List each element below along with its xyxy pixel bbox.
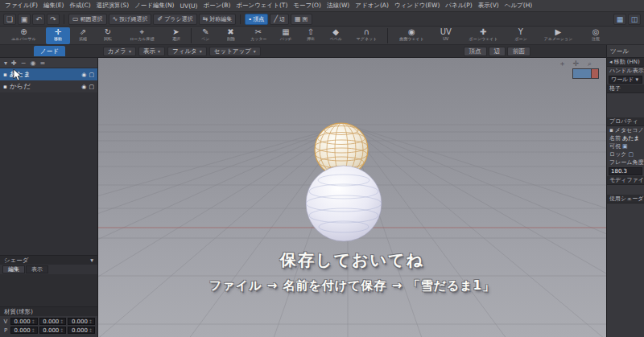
tool-magnet[interactable]: ∩ マグネット xyxy=(349,27,385,44)
lock-toggle-icon[interactable]: ▢ xyxy=(89,72,94,78)
save-icon[interactable]: ▣ xyxy=(18,14,31,25)
quick-toolbar: ❏ ▣ ↶ ↷ ▭ 範囲選択 ∿ 投げ縄選択 ✐ ブラシ選択 ⇆ 対称編集 • … xyxy=(0,12,644,27)
filter-dropdown[interactable]: フィルタ ▾ xyxy=(167,47,207,56)
tool-surface-weight[interactable]: ◉ 曲面ウェイト xyxy=(390,27,433,44)
front-display-button[interactable]: 前面 xyxy=(507,47,530,56)
value-field[interactable]: 0.000↕ xyxy=(10,318,38,325)
shader-use-section-header[interactable]: 使用シェーダ xyxy=(607,195,644,203)
tool-bone-weight[interactable]: ✚ ボーンウェイト xyxy=(459,27,508,44)
menu-bone-weight[interactable]: ボーンウェイト(T) xyxy=(236,2,287,10)
visibility-toggle-icon[interactable]: ◉ xyxy=(81,72,86,78)
edge-mode-button[interactable]: ╱ 辺 xyxy=(270,14,289,25)
tool-rotate[interactable]: ↻ 回転 xyxy=(96,27,120,44)
tool-extrude[interactable]: ⇧ 押出 xyxy=(299,27,323,44)
menu-file[interactable]: ファイル(F) xyxy=(5,2,38,10)
shader-section-title: シェーダ xyxy=(4,257,29,265)
menu-create[interactable]: 作成(C) xyxy=(69,2,90,10)
tool-pen[interactable]: ✎ ペン xyxy=(194,27,218,44)
lasso-select-button[interactable]: ∿ 投げ縄選択 xyxy=(109,14,152,25)
grid-view-icon[interactable]: ▦ xyxy=(613,14,626,25)
menu-uv[interactable]: UV(U) xyxy=(180,2,198,10)
shader-section-header[interactable]: シェーダ ▾ xyxy=(0,255,97,265)
object-row-body[interactable]: ▪ からだ ◉ ▢ xyxy=(0,80,97,92)
menu-addon[interactable]: アドオン(A) xyxy=(355,2,389,10)
vertex-mode-button[interactable]: • 頂点 xyxy=(245,14,268,25)
spinner-icon[interactable]: ↕ xyxy=(60,319,64,325)
tool-patch[interactable]: ▦ パッチ xyxy=(274,27,298,44)
pan-icon[interactable]: ✛ xyxy=(571,59,581,68)
snowman-body[interactable] xyxy=(306,166,382,241)
menu-help[interactable]: ヘルプ(H) xyxy=(505,2,533,10)
tool-animation[interactable]: ▶ アニメーション xyxy=(534,27,583,44)
magnifier-icon[interactable]: ⌕ xyxy=(584,59,595,68)
coordinate-select[interactable]: ワールド ▾ xyxy=(609,76,642,84)
tool-bone[interactable]: Y ボーン xyxy=(509,27,533,44)
face-mode-button[interactable]: ▦ 面 xyxy=(291,14,312,25)
tool-focus[interactable]: ◎ 注視 xyxy=(584,27,608,44)
spinner-icon[interactable]: ↕ xyxy=(60,327,64,334)
tool-uv[interactable]: UV UV xyxy=(434,27,458,44)
menu-panel[interactable]: パネル(P) xyxy=(445,2,472,10)
visibility-toggle-icon[interactable]: ◉ xyxy=(81,84,86,90)
tool-scale[interactable]: ⇗ 拡縮 xyxy=(71,27,95,44)
tool-focus-label: 注視 xyxy=(592,37,600,41)
value-field[interactable]: 0.000↕ xyxy=(39,327,67,334)
view-orientation-widget[interactable] xyxy=(572,68,599,79)
remove-object-icon[interactable]: − xyxy=(21,60,27,67)
value-field[interactable]: 0.000↕ xyxy=(68,327,95,334)
value-field[interactable]: 0.000↕ xyxy=(68,318,95,325)
value-text: 0.000 xyxy=(43,327,59,334)
tool-universal[interactable]: ⊕ ユニバーサル xyxy=(2,27,45,44)
grid-section-header[interactable]: 格子 xyxy=(607,84,644,93)
add-object-icon[interactable]: ✚ xyxy=(11,60,17,67)
frame-angle-field[interactable]: 180.3 xyxy=(609,167,642,175)
property-section-header[interactable]: プロパティ xyxy=(607,117,644,126)
lock-toggle-icon[interactable]: ▢ xyxy=(89,84,94,90)
zoom-in-icon[interactable]: ＋ xyxy=(557,59,568,68)
menu-selection[interactable]: 選択演算(S) xyxy=(97,2,130,10)
visibility-icon[interactable]: ◉ xyxy=(30,60,35,67)
menu-edit[interactable]: 編集(E) xyxy=(43,2,64,10)
symmetry-edit-button[interactable]: ⇆ 対称編集 xyxy=(199,14,237,25)
split-view-icon[interactable]: ◫ xyxy=(628,14,641,25)
spinner-icon[interactable]: ↕ xyxy=(31,319,35,325)
tool-cutter[interactable]: ✂ カッター xyxy=(244,27,274,44)
display-dropdown[interactable]: 表示 ▾ xyxy=(138,47,165,56)
menu-window[interactable]: ウィンドウ(EW) xyxy=(394,2,440,10)
spinner-icon[interactable]: ↕ xyxy=(31,327,35,334)
range-select-button[interactable]: ▭ 範囲選択 xyxy=(68,14,107,25)
undo-icon[interactable]: ↶ xyxy=(32,14,45,25)
spinner-icon[interactable]: ↕ xyxy=(89,319,93,325)
collapse-icon[interactable]: ▾ xyxy=(4,60,7,67)
redo-icon[interactable]: ↷ xyxy=(47,14,60,25)
tool-local-coord[interactable]: ⌖ ローカル座標 xyxy=(121,27,163,44)
brush-select-button[interactable]: ✐ ブラシ選択 xyxy=(153,14,196,25)
edge-display-button[interactable]: 辺 xyxy=(489,47,506,56)
lock-checkbox[interactable]: ▢ xyxy=(629,151,634,158)
spinner-icon[interactable]: ↕ xyxy=(89,327,93,334)
menu-view[interactable]: 表示(V) xyxy=(478,2,499,10)
tool-move[interactable]: ✛ 移動 xyxy=(46,27,70,44)
menu-morph[interactable]: モーフ(O) xyxy=(293,2,321,10)
tool-erase[interactable]: ✖ 削除 xyxy=(219,27,243,44)
shader-tab-edit[interactable]: 編集 xyxy=(2,265,25,273)
panel-menu-icon[interactable]: ≡ xyxy=(39,60,45,67)
value-field[interactable]: 0.000↕ xyxy=(10,327,38,334)
shader-tab-display[interactable]: 表示 xyxy=(26,265,48,273)
vertex-display-button[interactable]: 頂点 xyxy=(464,47,487,56)
material-section-header[interactable]: 材質(球形) xyxy=(0,306,97,316)
value-field[interactable]: 0.000↕ xyxy=(39,318,67,325)
move-section-header[interactable]: ◂ 移動 (HN) xyxy=(607,58,644,67)
tool-bevel[interactable]: ◆ ベベル xyxy=(324,27,348,44)
camera-dropdown[interactable]: カメラ ▾ xyxy=(103,47,136,56)
menu-node-edit[interactable]: ノード編集(N) xyxy=(134,2,174,10)
menu-bone[interactable]: ボーン(B) xyxy=(203,2,230,10)
menu-normal[interactable]: 法線(W) xyxy=(327,2,349,10)
3d-viewport[interactable]: ＋ ✛ ⌕ 保存しておいてね ファイル → 名前を付けて保存 → 「雪だるま1」 xyxy=(98,58,606,337)
modifier-section-header[interactable]: モディファイア xyxy=(607,176,644,185)
visible-checkbox[interactable]: ▣ xyxy=(622,143,628,150)
node-tab[interactable]: ノード xyxy=(34,46,65,56)
open-icon[interactable]: ❏ xyxy=(3,14,16,25)
tool-select[interactable]: ➤ 選択 xyxy=(164,27,188,44)
setup-dropdown[interactable]: セットアップ ▾ xyxy=(209,47,261,56)
